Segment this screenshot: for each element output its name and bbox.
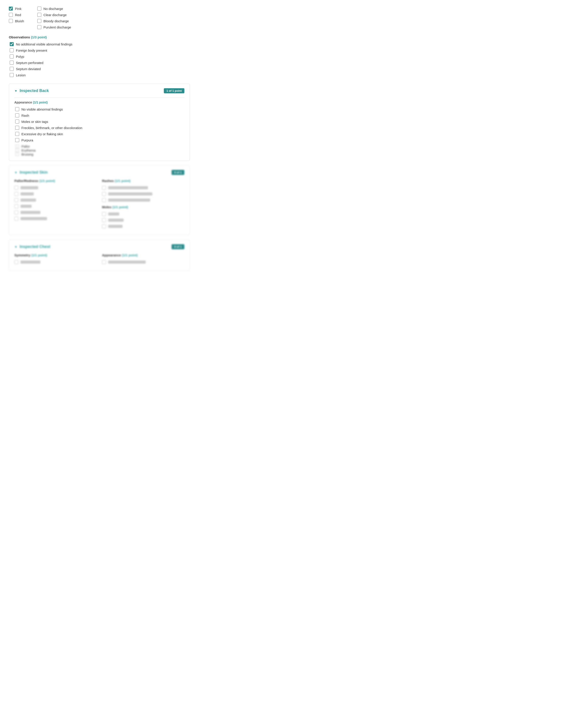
pink-checkbox[interactable] bbox=[9, 7, 13, 11]
dry-skin-checkbox[interactable] bbox=[15, 132, 19, 136]
freckles-item[interactable]: Freckles, birthmark, or other discolorat… bbox=[15, 126, 184, 130]
red-item[interactable]: Red bbox=[9, 13, 24, 17]
moles-item[interactable]: Moles or skin tags bbox=[15, 120, 184, 124]
blurred-chest-title: ▼ Inspected Chest bbox=[14, 244, 50, 249]
septum-deviated-item[interactable]: Septum deviated bbox=[10, 67, 190, 71]
inspected-back-badge: 1 of 1 point bbox=[164, 88, 184, 93]
lesion-label: Lesion bbox=[16, 73, 26, 77]
purpura-item[interactable]: Purpura bbox=[15, 138, 184, 142]
no-additional-findings-label: No additional visible abnormal findings bbox=[16, 42, 72, 46]
bluish-item[interactable]: Bluish bbox=[9, 19, 24, 23]
rash-item[interactable]: Rash bbox=[15, 113, 184, 117]
no-discharge-label: No discharge bbox=[43, 7, 63, 11]
blurred-skin-title: ▼ Inspected Skin bbox=[14, 170, 48, 175]
blurred-skin-item-1 bbox=[14, 186, 97, 190]
blurred-mole-item-1 bbox=[102, 212, 184, 216]
blurred-item-1: Pallor bbox=[15, 144, 184, 148]
bloody-discharge-checkbox[interactable] bbox=[37, 19, 41, 23]
blurred-skin-left: Pallor/Redness (1/1 point) bbox=[14, 179, 97, 231]
clear-discharge-label: Clear discharge bbox=[43, 13, 67, 17]
foreign-body-item[interactable]: Foreign body present bbox=[10, 48, 190, 52]
blurred-chest-badge: 0 of 1 bbox=[171, 244, 184, 249]
blurred-skin-right: Rashes (1/1 point) Moles (1/1 point) bbox=[102, 179, 184, 231]
color-right-column: No discharge Clear discharge Bloody disc… bbox=[37, 7, 71, 29]
polyp-item[interactable]: Polyp bbox=[10, 54, 190, 58]
no-discharge-checkbox[interactable] bbox=[37, 7, 41, 11]
pink-item[interactable]: Pink bbox=[9, 7, 24, 11]
purulent-discharge-label: Purulent discharge bbox=[43, 25, 71, 29]
chevron-icon-skin: ▼ bbox=[14, 171, 17, 174]
red-label: Red bbox=[15, 13, 21, 17]
blurred-item-3: Bruising bbox=[15, 152, 184, 156]
bluish-label: Bluish bbox=[15, 19, 24, 23]
no-visible-findings-item[interactable]: No visible abnormal findings bbox=[15, 107, 184, 111]
no-discharge-item[interactable]: No discharge bbox=[37, 7, 71, 11]
septum-perforated-label: Septum perforated bbox=[16, 61, 43, 65]
observations-section: Observations (1/3 point) No additional v… bbox=[9, 35, 190, 77]
blurred-skin-content: Pallor/Redness (1/1 point) bbox=[14, 179, 184, 231]
dry-skin-item[interactable]: Excessive dry or flaking skin bbox=[15, 132, 184, 136]
septum-deviated-label: Septum deviated bbox=[16, 67, 41, 71]
chevron-down-icon: ▼ bbox=[14, 89, 17, 93]
lesion-item[interactable]: Lesion bbox=[10, 73, 190, 77]
chevron-icon-chest: ▼ bbox=[14, 245, 17, 249]
blurred-skin-item-4 bbox=[14, 204, 97, 208]
lesion-checkbox[interactable] bbox=[10, 73, 14, 77]
appearance-list: No visible abnormal findings Rash Moles … bbox=[14, 107, 184, 156]
polyp-checkbox[interactable] bbox=[10, 54, 14, 58]
appearance-header: Appearance (1/1 point) bbox=[14, 97, 184, 104]
inspected-skin-card-blurred: ▼ Inspected Skin 0 of 1 Pallor/Redness (… bbox=[9, 165, 190, 235]
no-visible-findings-label: No visible abnormal findings bbox=[21, 107, 63, 111]
moles-label: Moles or skin tags bbox=[21, 120, 48, 124]
rash-checkbox[interactable] bbox=[15, 113, 19, 117]
polyp-label: Polyp bbox=[16, 55, 24, 58]
blurred-rash-item-3 bbox=[102, 198, 184, 202]
color-left-column: Pink Red Bluish bbox=[9, 7, 24, 29]
bloody-discharge-item[interactable]: Bloody discharge bbox=[37, 19, 71, 23]
purpura-label: Purpura bbox=[21, 138, 33, 142]
inspected-chest-card-blurred: ▼ Inspected Chest 0 of 1 Symmetry (1/1 p… bbox=[9, 240, 190, 271]
freckles-label: Freckles, birthmark, or other discolorat… bbox=[21, 126, 82, 130]
moles-checkbox[interactable] bbox=[15, 120, 19, 124]
bluish-checkbox[interactable] bbox=[9, 19, 13, 23]
purulent-discharge-item[interactable]: Purulent discharge bbox=[37, 25, 71, 29]
blurred-skin-badge: 0 of 1 bbox=[171, 170, 184, 175]
blurred-chest-content: Symmetry (1/1 point) Appearance (1/1 poi… bbox=[14, 253, 184, 266]
septum-deviated-checkbox[interactable] bbox=[10, 67, 14, 71]
blurred-skin-header: ▼ Inspected Skin 0 of 1 bbox=[14, 170, 184, 175]
inspected-back-header: ▼ Inspected Back 1 of 1 point bbox=[14, 88, 184, 93]
no-visible-findings-checkbox[interactable] bbox=[15, 107, 19, 111]
blurred-appearance-items: Pallor Erythema Bruising bbox=[15, 144, 184, 156]
blurred-skin-item-2 bbox=[14, 192, 97, 196]
blurred-chest-left: Symmetry (1/1 point) bbox=[14, 253, 97, 266]
dry-skin-label: Excessive dry or flaking skin bbox=[21, 132, 63, 136]
blurred-chest-appear-1 bbox=[102, 260, 184, 264]
clear-discharge-checkbox[interactable] bbox=[37, 13, 41, 17]
foreign-body-label: Foreign body present bbox=[16, 49, 47, 52]
blurred-skin-item-6 bbox=[14, 217, 97, 221]
blurred-mole-item-3 bbox=[102, 224, 184, 228]
blurred-skin-item-3 bbox=[14, 198, 97, 202]
observations-header: Observations (1/3 point) bbox=[9, 35, 190, 39]
no-additional-findings-item[interactable]: No additional visible abnormal findings bbox=[10, 42, 190, 46]
color-section: Pink Red Bluish No discharge Clear disch… bbox=[9, 7, 190, 29]
purpura-checkbox[interactable] bbox=[15, 138, 19, 142]
freckles-checkbox[interactable] bbox=[15, 126, 19, 130]
septum-perforated-item[interactable]: Septum perforated bbox=[10, 61, 190, 65]
purulent-discharge-checkbox[interactable] bbox=[37, 25, 41, 29]
foreign-body-checkbox[interactable] bbox=[10, 48, 14, 52]
septum-perforated-checkbox[interactable] bbox=[10, 61, 14, 65]
blurred-chest-header: ▼ Inspected Chest 0 of 1 bbox=[14, 244, 184, 249]
rash-label: Rash bbox=[21, 114, 29, 117]
observations-list: No additional visible abnormal findings … bbox=[9, 42, 190, 77]
no-additional-findings-checkbox[interactable] bbox=[10, 42, 14, 46]
red-checkbox[interactable] bbox=[9, 13, 13, 17]
bloody-discharge-label: Bloody discharge bbox=[43, 19, 69, 23]
blurred-skin-item-5 bbox=[14, 210, 97, 214]
blurred-item-2: Erythema bbox=[15, 148, 184, 152]
inspected-back-title[interactable]: ▼ Inspected Back bbox=[14, 88, 49, 93]
blurred-chest-right: Appearance (1/1 point) bbox=[102, 253, 184, 266]
pink-label: Pink bbox=[15, 7, 21, 11]
clear-discharge-item[interactable]: Clear discharge bbox=[37, 13, 71, 17]
blurred-rash-item-2 bbox=[102, 192, 184, 196]
